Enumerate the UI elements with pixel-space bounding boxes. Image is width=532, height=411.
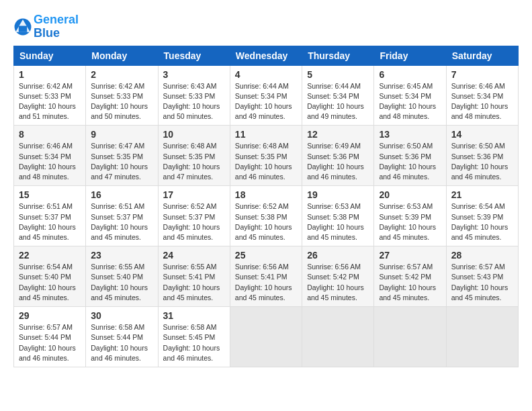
calendar-cell [302,307,374,367]
day-number: 25 [235,250,297,261]
calendar-body: 1 Sunrise: 6:42 AMSunset: 5:33 PMDayligh… [14,65,519,367]
day-info: Sunrise: 6:46 AMSunset: 5:34 PMDaylight:… [451,81,513,122]
day-info: Sunrise: 6:54 AMSunset: 5:39 PMDaylight:… [451,201,513,242]
day-info: Sunrise: 6:53 AMSunset: 5:39 PMDaylight:… [379,201,441,242]
logo-icon [13,17,32,36]
day-info: Sunrise: 6:46 AMSunset: 5:34 PMDaylight:… [19,141,81,182]
calendar-header-row: SundayMondayTuesdayWednesdayThursdayFrid… [14,46,519,65]
day-info: Sunrise: 6:48 AMSunset: 5:35 PMDaylight:… [235,141,297,182]
calendar-cell: 1 Sunrise: 6:42 AMSunset: 5:33 PMDayligh… [14,65,86,126]
day-info: Sunrise: 6:47 AMSunset: 5:35 PMDaylight:… [91,141,152,182]
day-info: Sunrise: 6:55 AMSunset: 5:40 PMDaylight:… [91,262,152,303]
day-number: 2 [91,69,152,80]
calendar-cell: 3 Sunrise: 6:43 AMSunset: 5:33 PMDayligh… [158,65,230,126]
day-info: Sunrise: 6:42 AMSunset: 5:33 PMDaylight:… [91,81,152,122]
day-info: Sunrise: 6:44 AMSunset: 5:34 PMDaylight:… [235,81,297,122]
calendar-week-row: 1 Sunrise: 6:42 AMSunset: 5:33 PMDayligh… [14,65,519,126]
day-number: 19 [307,189,369,200]
calendar-cell: 28 Sunrise: 6:57 AMSunset: 5:43 PMDaylig… [446,246,518,307]
day-of-week-header: Monday [86,46,158,65]
day-info: Sunrise: 6:48 AMSunset: 5:35 PMDaylight:… [163,141,225,182]
day-of-week-header: Sunday [14,46,86,65]
calendar-cell: 20 Sunrise: 6:53 AMSunset: 5:39 PMDaylig… [374,186,446,246]
calendar-cell: 13 Sunrise: 6:50 AMSunset: 5:36 PMDaylig… [374,126,446,186]
calendar-table: SundayMondayTuesdayWednesdayThursdayFrid… [13,46,519,367]
day-of-week-header: Saturday [446,46,518,65]
day-of-week-header: Wednesday [230,46,302,65]
day-number: 18 [235,189,297,200]
day-info: Sunrise: 6:52 AMSunset: 5:38 PMDaylight:… [235,201,297,242]
day-info: Sunrise: 6:49 AMSunset: 5:36 PMDaylight:… [307,141,369,182]
calendar-cell: 7 Sunrise: 6:46 AMSunset: 5:34 PMDayligh… [446,65,518,126]
day-number: 10 [163,129,225,140]
calendar-cell: 27 Sunrise: 6:57 AMSunset: 5:42 PMDaylig… [374,246,446,307]
calendar-cell: 12 Sunrise: 6:49 AMSunset: 5:36 PMDaylig… [302,126,374,186]
logo-blue: Blue [34,26,60,40]
day-info: Sunrise: 6:44 AMSunset: 5:34 PMDaylight:… [307,81,369,122]
calendar-cell: 4 Sunrise: 6:44 AMSunset: 5:34 PMDayligh… [230,65,302,126]
day-info: Sunrise: 6:56 AMSunset: 5:42 PMDaylight:… [307,262,369,303]
calendar-cell: 6 Sunrise: 6:45 AMSunset: 5:34 PMDayligh… [374,65,446,126]
day-info: Sunrise: 6:45 AMSunset: 5:34 PMDaylight:… [379,81,441,122]
day-number: 30 [91,310,152,321]
day-info: Sunrise: 6:53 AMSunset: 5:38 PMDaylight:… [307,201,369,242]
day-info: Sunrise: 6:54 AMSunset: 5:40 PMDaylight:… [19,262,81,303]
day-info: Sunrise: 6:50 AMSunset: 5:36 PMDaylight:… [451,141,513,182]
day-info: Sunrise: 6:57 AMSunset: 5:42 PMDaylight:… [379,262,441,303]
day-number: 23 [91,250,152,261]
calendar-cell: 14 Sunrise: 6:50 AMSunset: 5:36 PMDaylig… [446,126,518,186]
calendar-week-row: 22 Sunrise: 6:54 AMSunset: 5:40 PMDaylig… [14,246,519,307]
calendar-cell [230,307,302,367]
day-number: 3 [163,69,225,80]
calendar-cell: 5 Sunrise: 6:44 AMSunset: 5:34 PMDayligh… [302,65,374,126]
calendar-cell: 10 Sunrise: 6:48 AMSunset: 5:35 PMDaylig… [158,126,230,186]
calendar-cell: 9 Sunrise: 6:47 AMSunset: 5:35 PMDayligh… [86,126,158,186]
day-number: 11 [235,129,297,140]
calendar-cell: 17 Sunrise: 6:52 AMSunset: 5:37 PMDaylig… [158,186,230,246]
calendar-cell: 23 Sunrise: 6:55 AMSunset: 5:40 PMDaylig… [86,246,158,307]
svg-rect-2 [19,26,27,32]
day-number: 27 [379,250,441,261]
day-info: Sunrise: 6:50 AMSunset: 5:36 PMDaylight:… [379,141,441,182]
day-info: Sunrise: 6:51 AMSunset: 5:37 PMDaylight:… [19,201,81,242]
day-number: 17 [163,189,225,200]
calendar-week-row: 15 Sunrise: 6:51 AMSunset: 5:37 PMDaylig… [14,186,519,246]
calendar-cell: 25 Sunrise: 6:56 AMSunset: 5:41 PMDaylig… [230,246,302,307]
day-number: 28 [451,250,513,261]
day-number: 1 [19,69,81,80]
day-of-week-header: Tuesday [158,46,230,65]
calendar-cell: 8 Sunrise: 6:46 AMSunset: 5:34 PMDayligh… [14,126,86,186]
day-number: 21 [451,189,513,200]
day-info: Sunrise: 6:58 AMSunset: 5:45 PMDaylight:… [163,322,225,363]
day-number: 15 [19,189,81,200]
calendar-cell: 29 Sunrise: 6:57 AMSunset: 5:44 PMDaylig… [14,307,86,367]
day-number: 12 [307,129,369,140]
day-info: Sunrise: 6:56 AMSunset: 5:41 PMDaylight:… [235,262,297,303]
day-number: 9 [91,129,152,140]
day-number: 5 [307,69,369,80]
calendar-cell: 31 Sunrise: 6:58 AMSunset: 5:45 PMDaylig… [158,307,230,367]
day-info: Sunrise: 6:43 AMSunset: 5:33 PMDaylight:… [163,81,225,122]
day-number: 26 [307,250,369,261]
day-of-week-header: Thursday [302,46,374,65]
day-info: Sunrise: 6:55 AMSunset: 5:41 PMDaylight:… [163,262,225,303]
calendar-cell: 22 Sunrise: 6:54 AMSunset: 5:40 PMDaylig… [14,246,86,307]
day-of-week-header: Friday [374,46,446,65]
day-info: Sunrise: 6:52 AMSunset: 5:37 PMDaylight:… [163,201,225,242]
calendar-week-row: 8 Sunrise: 6:46 AMSunset: 5:34 PMDayligh… [14,126,519,186]
calendar-cell: 26 Sunrise: 6:56 AMSunset: 5:42 PMDaylig… [302,246,374,307]
day-number: 29 [19,310,81,321]
calendar-cell: 2 Sunrise: 6:42 AMSunset: 5:33 PMDayligh… [86,65,158,126]
calendar-cell: 24 Sunrise: 6:55 AMSunset: 5:41 PMDaylig… [158,246,230,307]
logo-general: General [34,13,79,26]
calendar-cell: 30 Sunrise: 6:58 AMSunset: 5:44 PMDaylig… [86,307,158,367]
calendar-cell [374,307,446,367]
calendar-cell: 11 Sunrise: 6:48 AMSunset: 5:35 PMDaylig… [230,126,302,186]
logo: General Blue [13,13,79,40]
day-info: Sunrise: 6:42 AMSunset: 5:33 PMDaylight:… [19,81,81,122]
day-info: Sunrise: 6:58 AMSunset: 5:44 PMDaylight:… [91,322,152,363]
day-number: 16 [91,189,152,200]
calendar-cell: 21 Sunrise: 6:54 AMSunset: 5:39 PMDaylig… [446,186,518,246]
day-number: 31 [163,310,225,321]
day-number: 13 [379,129,441,140]
